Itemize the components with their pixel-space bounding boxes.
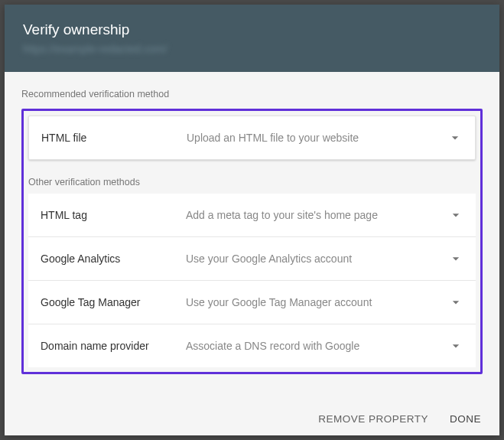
verify-ownership-dialog: Verify ownership https://example-redacte… (5, 5, 499, 435)
methods-highlight-box: HTML file Upload an HTML file to your we… (21, 109, 483, 374)
dialog-content: Recommended verification method HTML fil… (5, 72, 499, 403)
method-title: Google Tag Manager (41, 296, 186, 308)
other-section-label: Other verification methods (28, 177, 476, 187)
method-desc: Upload an HTML file to your website (187, 132, 447, 144)
method-html-file[interactable]: HTML file Upload an HTML file to your we… (28, 116, 476, 160)
done-button[interactable]: DONE (450, 413, 481, 425)
dialog-header: Verify ownership https://example-redacte… (5, 5, 499, 72)
chevron-down-icon (447, 130, 463, 145)
method-google-analytics[interactable]: Google Analytics Use your Google Analyti… (28, 237, 476, 281)
remove-property-button[interactable]: REMOVE PROPERTY (318, 413, 428, 425)
method-desc: Use your Google Tag Manager account (186, 296, 448, 308)
method-title: HTML file (41, 132, 187, 144)
method-title: Domain name provider (41, 340, 186, 352)
chevron-down-icon (448, 251, 463, 266)
recommended-section-label: Recommended verification method (21, 89, 483, 99)
dialog-url: https://example-redacted.com/ (23, 43, 481, 55)
other-methods-list: HTML tag Add a meta tag to your site's h… (28, 194, 476, 367)
method-desc: Use your Google Analytics account (186, 253, 448, 265)
method-title: Google Analytics (41, 253, 186, 265)
dialog-footer: REMOVE PROPERTY DONE (5, 403, 499, 435)
method-desc: Add a meta tag to your site's home page (186, 209, 448, 221)
method-html-tag[interactable]: HTML tag Add a meta tag to your site's h… (28, 194, 476, 237)
method-google-tag-manager[interactable]: Google Tag Manager Use your Google Tag M… (28, 281, 476, 324)
dialog-title: Verify ownership (23, 21, 481, 38)
method-title: HTML tag (41, 209, 186, 221)
chevron-down-icon (448, 207, 463, 223)
chevron-down-icon (448, 338, 463, 354)
chevron-down-icon (448, 295, 463, 310)
method-desc: Associate a DNS record with Google (186, 340, 448, 352)
method-domain-name-provider[interactable]: Domain name provider Associate a DNS rec… (28, 324, 476, 367)
